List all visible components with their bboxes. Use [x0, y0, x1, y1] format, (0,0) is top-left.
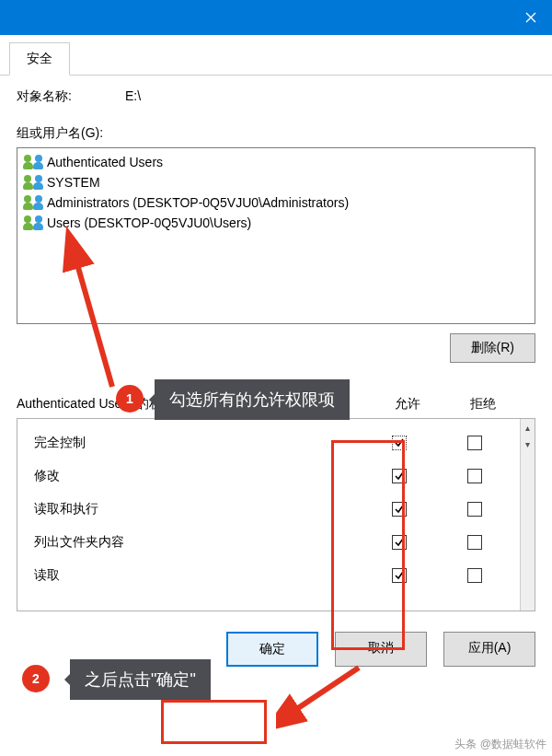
- title-bar: [0, 0, 552, 35]
- permission-row: 读取: [34, 559, 516, 592]
- deny-checkbox[interactable]: [467, 436, 482, 450]
- annotation-badge-2: 2: [22, 665, 50, 692]
- permission-name: 完全控制: [34, 435, 362, 451]
- tab-strip: 安全: [0, 35, 552, 76]
- permission-row: 列出文件夹内容: [34, 526, 516, 559]
- annotation-box: [161, 700, 267, 744]
- list-item-label: Authenticated Users: [47, 155, 163, 169]
- allow-checkbox[interactable]: [392, 469, 407, 483]
- list-item[interactable]: Authenticated Users: [23, 152, 529, 172]
- users-icon: [24, 215, 42, 230]
- permissions-list: 完全控制修改读取和执行列出文件夹内容读取 ▴ ▾: [17, 418, 535, 611]
- deny-checkbox[interactable]: [467, 568, 482, 583]
- allow-checkbox[interactable]: [392, 568, 407, 583]
- tab-security[interactable]: 安全: [9, 42, 70, 76]
- scrollbar[interactable]: ▴ ▾: [520, 419, 535, 611]
- ok-button[interactable]: 确定: [226, 632, 318, 667]
- groups-label: 组或用户名(G):: [17, 125, 535, 142]
- users-icon: [24, 155, 42, 169]
- list-item-label: Administrators (DESKTOP-0Q5VJU0\Administ…: [47, 195, 349, 210]
- permission-name: 列出文件夹内容: [34, 534, 362, 551]
- deny-checkbox[interactable]: [467, 469, 482, 483]
- annotation-callout-1: 勾选所有的允许权限项: [155, 379, 350, 420]
- object-name-value: E:\: [125, 88, 141, 105]
- permission-name: 读取和执行: [34, 501, 362, 518]
- list-item[interactable]: SYSTEM: [23, 172, 529, 192]
- deny-column-header: 拒绝: [445, 396, 521, 413]
- scroll-down-icon[interactable]: ▾: [521, 436, 535, 452]
- deny-checkbox[interactable]: [467, 535, 482, 550]
- permission-name: 读取: [34, 567, 362, 584]
- allow-checkbox[interactable]: [392, 535, 407, 550]
- list-item[interactable]: Administrators (DESKTOP-0Q5VJU0\Administ…: [23, 192, 529, 213]
- annotation-callout-2: 之后点击"确定": [70, 659, 211, 700]
- cancel-button[interactable]: 取消: [335, 632, 427, 667]
- list-item-label: SYSTEM: [47, 175, 100, 190]
- list-item[interactable]: Users (DESKTOP-0Q5VJU0\Users): [23, 213, 529, 233]
- apply-button[interactable]: 应用(A): [443, 632, 535, 667]
- allow-checkbox[interactable]: [392, 436, 407, 450]
- users-icon: [24, 175, 42, 190]
- svg-line-1: [290, 668, 359, 714]
- annotation-badge-1: 1: [116, 385, 144, 413]
- list-item-label: Users (DESKTOP-0Q5VJU0\Users): [47, 215, 251, 230]
- close-button[interactable]: [510, 1, 552, 34]
- deny-checkbox[interactable]: [467, 502, 482, 517]
- permission-row: 完全控制: [34, 426, 516, 459]
- allow-column-header: 允许: [370, 396, 445, 413]
- permission-row: 修改: [34, 459, 516, 493]
- permission-row: 读取和执行: [34, 493, 516, 526]
- permission-name: 修改: [34, 468, 362, 484]
- watermark: 头条 @数据蛙软件: [454, 737, 546, 752]
- allow-checkbox[interactable]: [392, 502, 407, 517]
- remove-button[interactable]: 删除(R): [450, 333, 535, 363]
- users-icon: [24, 195, 42, 210]
- object-name-label: 对象名称:: [17, 88, 125, 105]
- scroll-up-icon[interactable]: ▴: [521, 419, 535, 436]
- group-users-listbox[interactable]: Authenticated Users SYSTEM Administrator…: [17, 147, 535, 324]
